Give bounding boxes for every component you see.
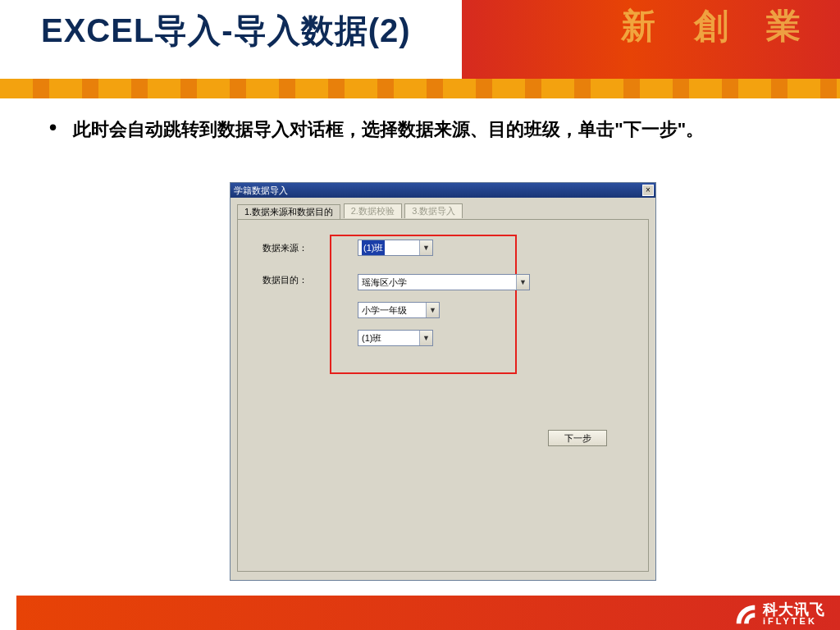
row-dest: 数据目的： 瑶海区小学 ▼ 小学一年级 ▼ (1)班 ▼ (262, 274, 632, 346)
label-dest: 数据目的： (262, 274, 320, 286)
brand-logo: 科大讯飞 iFLYTEK (733, 602, 825, 627)
next-button[interactable]: 下一步 (548, 430, 607, 446)
dest-grade-value: 小学一年级 (362, 305, 407, 315)
tab-validate[interactable]: 2.数据校验 (344, 203, 402, 218)
chevron-down-icon[interactable]: ▼ (419, 240, 432, 255)
chevron-down-icon[interactable]: ▼ (426, 303, 439, 317)
chevron-down-icon[interactable]: ▼ (516, 275, 529, 290)
iflytek-logo-icon (733, 602, 758, 627)
row-source: 数据来源： (1)班 ▼ (262, 240, 632, 256)
dest-grade-combo[interactable]: 小学一年级 ▼ (358, 302, 440, 318)
brand-cn: 科大讯飞 (763, 601, 825, 618)
dest-stack: 瑶海区小学 ▼ 小学一年级 ▼ (1)班 ▼ (358, 274, 530, 346)
dialog-titlebar[interactable]: 学籍数据导入 × (231, 183, 655, 198)
dialog-title: 学籍数据导入 (234, 185, 288, 195)
dialog-body: 1.数据来源和数据目的 2.数据校验 3.数据导入 数据来源： (1)班 ▼ 数… (231, 198, 655, 580)
dest-class-value: (1)班 (362, 333, 381, 343)
chevron-down-icon[interactable]: ▼ (419, 331, 432, 345)
decorative-cjk-text: 新 創 業 (621, 3, 815, 49)
bullet-dot-icon: • (49, 115, 57, 140)
tab-panel: 数据来源： (1)班 ▼ 数据目的： 瑶海区小学 ▼ 小学一年级 (237, 219, 649, 572)
instruction-text: 此时会自动跳转到数据导入对话框，选择数据来源、目的班级，单击"下一步"。 (73, 115, 704, 144)
brand-en: iFLYTEK (763, 617, 825, 627)
brand-text: 科大讯飞 iFLYTEK (763, 602, 825, 627)
source-combo[interactable]: (1)班 ▼ (358, 240, 433, 256)
instruction-bullet: • 此时会自动跳转到数据导入对话框，选择数据来源、目的班级，单击"下一步"。 (49, 115, 807, 144)
source-combo-value: (1)班 (362, 240, 385, 255)
tab-source-dest[interactable]: 1.数据来源和数据目的 (237, 204, 340, 219)
label-source: 数据来源： (262, 242, 320, 254)
close-icon[interactable]: × (642, 185, 654, 196)
bottom-decorative-band (0, 596, 840, 630)
dest-class-combo[interactable]: (1)班 ▼ (358, 330, 433, 346)
dest-school-combo[interactable]: 瑶海区小学 ▼ (358, 274, 530, 290)
import-dialog: 学籍数据导入 × 1.数据来源和数据目的 2.数据校验 3.数据导入 数据来源：… (230, 182, 656, 581)
page-title: EXCEL导入-导入数据(2) (41, 8, 411, 53)
tab-row: 1.数据来源和数据目的 2.数据校验 3.数据导入 (237, 203, 649, 219)
dest-school-value: 瑶海区小学 (362, 277, 407, 287)
tab-import[interactable]: 3.数据导入 (404, 203, 463, 218)
